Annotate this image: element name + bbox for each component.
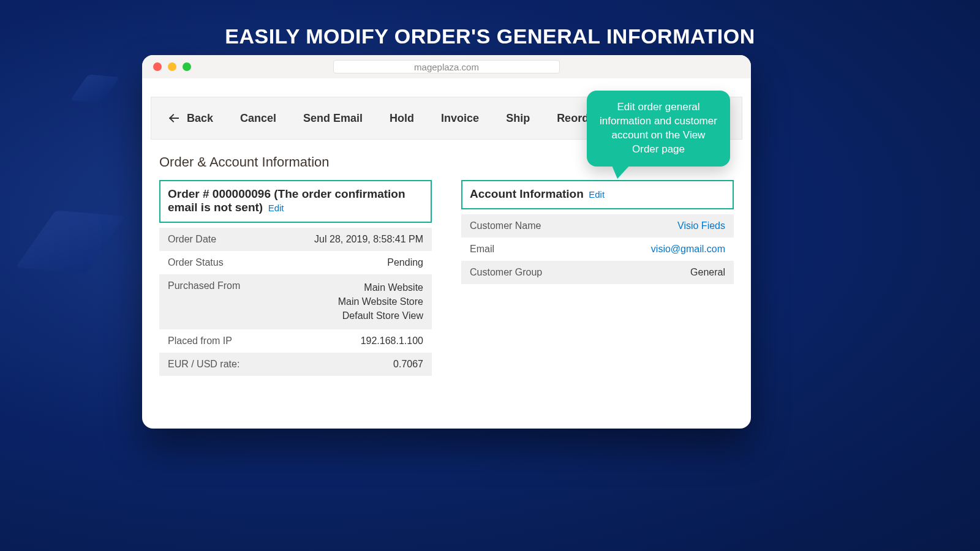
order-info-table: Order Date Jul 28, 2019, 8:58:41 PM Orde… (159, 228, 432, 376)
exchange-rate-label: EUR / USD rate: (168, 359, 239, 370)
order-status-label: Order Status (168, 257, 224, 268)
account-info-table: Customer Name Visio Fieds Email visio@gm… (461, 214, 734, 284)
placed-ip-label: Placed from IP (168, 335, 232, 347)
purchased-from-value: Main WebsiteMain Website StoreDefault St… (338, 280, 423, 323)
purchased-from-label: Purchased From (168, 280, 240, 323)
page-title: EASILY MODIFY ORDER'S GENERAL INFORMATIO… (0, 0, 980, 48)
account-info-header: Account Information Edit (461, 180, 734, 209)
table-row: Placed from IP 192.168.1.100 (159, 329, 432, 353)
table-row: Purchased From Main WebsiteMain Website … (159, 274, 432, 329)
address-bar[interactable]: mageplaza.com (333, 60, 560, 73)
table-row: Customer Group General (461, 261, 734, 284)
minimize-icon[interactable] (168, 62, 176, 71)
customer-group-value: General (690, 267, 725, 278)
order-status-value: Pending (387, 257, 423, 268)
close-icon[interactable] (153, 62, 162, 71)
customer-name-label: Customer Name (470, 220, 541, 231)
send-email-button[interactable]: Send Email (303, 112, 363, 125)
back-button[interactable]: Back (170, 112, 213, 125)
browser-chrome: mageplaza.com (142, 55, 751, 78)
order-date-value: Jul 28, 2019, 8:58:41 PM (314, 234, 423, 245)
table-row: Order Date Jul 28, 2019, 8:58:41 PM (159, 228, 432, 251)
browser-window: mageplaza.com Back Cancel Send Email Hol… (142, 55, 751, 429)
cancel-button[interactable]: Cancel (240, 112, 276, 125)
callout-tooltip: Edit order general information and custo… (587, 91, 730, 167)
ship-button[interactable]: Ship (506, 112, 530, 125)
exchange-rate-value: 0.7067 (393, 359, 423, 370)
customer-group-label: Customer Group (470, 267, 542, 278)
table-row: Email visio@gmail.com (461, 238, 734, 261)
customer-email-label: Email (470, 244, 494, 255)
account-info-column: Account Information Edit Customer Name V… (461, 180, 734, 376)
order-info-header: Order # 000000096 (The order confirmatio… (159, 180, 432, 223)
edit-order-link[interactable]: Edit (268, 203, 284, 213)
customer-name-value[interactable]: Visio Fieds (677, 220, 725, 231)
maximize-icon[interactable] (183, 62, 191, 71)
hold-button[interactable]: Hold (390, 112, 414, 125)
order-date-label: Order Date (168, 234, 216, 245)
order-info-column: Order # 000000096 (The order confirmatio… (159, 180, 432, 376)
table-row: Customer Name Visio Fieds (461, 214, 734, 238)
table-row: EUR / USD rate: 0.7067 (159, 353, 432, 376)
customer-email-value[interactable]: visio@gmail.com (651, 244, 725, 255)
table-row: Order Status Pending (159, 251, 432, 274)
order-title: Order # 000000096 (The order confirmatio… (168, 187, 405, 214)
back-label: Back (187, 112, 213, 125)
invoice-button[interactable]: Invoice (441, 112, 479, 125)
edit-account-link[interactable]: Edit (589, 189, 605, 200)
placed-ip-value: 192.168.1.100 (361, 335, 423, 347)
account-title: Account Information (470, 187, 584, 200)
arrow-left-icon (170, 113, 181, 124)
